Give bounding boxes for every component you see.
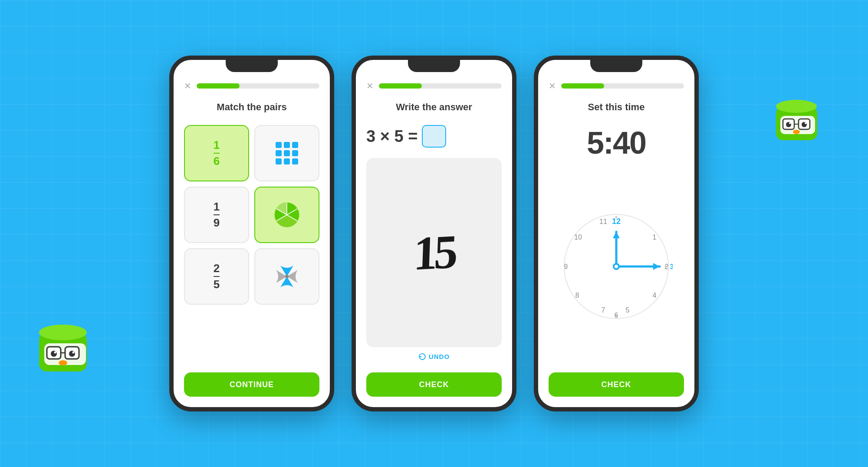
undo-button[interactable]: UNDO [366,352,502,360]
card-pinwheel[interactable] [254,248,319,305]
progress-bar-bg-3 [561,83,684,89]
svg-text:10: 10 [574,234,582,241]
dot [292,158,298,164]
svg-point-41 [72,352,75,354]
svg-point-40 [54,352,56,354]
close-icon-1[interactable]: ✕ [184,81,191,91]
card-fraction-2-5[interactable]: 2 5 [184,248,249,305]
svg-point-29 [615,265,618,268]
progress-bar-fill-3 [561,83,604,89]
equation-display: 3 × 5 = [366,125,502,148]
svg-point-53 [789,122,791,124]
undo-icon [418,352,426,360]
phone-3: ✕ Set this time 5:40 12 1 2 3 4 5 [534,56,699,411]
svg-point-44 [776,100,817,113]
svg-text:12: 12 [612,217,621,226]
dot-grid-icon [276,142,298,164]
undo-label: UNDO [429,353,450,360]
dot [284,150,290,156]
numerator-3: 2 [214,262,220,277]
dot [292,142,298,148]
dot [276,150,282,156]
dot [284,158,290,164]
svg-text:11: 11 [599,218,607,225]
svg-point-39 [69,351,75,357]
continue-button[interactable]: CONTinUe [184,372,319,397]
equation-text: 3 × 5 = [366,127,418,146]
phone-notch-3 [590,60,642,72]
dot [276,158,282,164]
svg-text:4: 4 [653,292,657,299]
svg-text:3: 3 [670,263,673,270]
numerator-2: 1 [214,200,220,215]
top-bar-3: ✕ [549,81,684,91]
top-bar-2: ✕ [366,81,502,91]
fraction-display-1-9: 1 9 [214,200,220,230]
dot [292,150,298,156]
svg-point-22 [615,315,618,317]
mascot-cube-left [35,319,95,380]
mascot-cube-right [773,95,825,148]
phone-1: ✕ Match the pairs 1 6 [169,56,334,411]
pinwheel-icon [274,263,300,289]
pie-icon [274,202,300,228]
phone-2: ✕ Write the answer 3 × 5 = 15 UNDO CHECK [352,56,516,411]
dot [284,142,290,148]
denominator-1: 6 [214,154,220,168]
close-icon-3[interactable]: ✕ [549,81,556,91]
check-button-3[interactable]: CHECK [549,372,684,397]
card-pie[interactable] [254,187,319,243]
top-bar-1: ✕ [184,81,319,91]
svg-point-23 [566,266,568,268]
dot [276,142,282,148]
progress-bar-bg-1 [197,83,319,89]
svg-point-20 [615,216,618,218]
svg-point-31 [39,325,87,340]
denominator-3: 5 [214,277,220,291]
card-fraction-1-9[interactable]: 1 9 [184,187,249,243]
progress-bar-fill-1 [197,83,240,89]
phone-notch-2 [408,60,460,72]
clock-svg: 12 1 2 3 4 5 6 7 8 9 10 11 [560,210,673,323]
instruction-2: Write the answer [366,102,502,113]
svg-text:1: 1 [653,234,657,241]
drawing-area[interactable]: 15 [366,158,502,347]
svg-point-55 [793,130,800,134]
handwritten-answer: 15 [413,224,455,281]
numerator-1: 1 [214,138,220,154]
instruction-3: Set this time [549,102,684,113]
phone-notch-1 [226,60,278,72]
progress-bar-fill-2 [379,83,422,89]
time-display: 5:40 [549,125,684,161]
svg-point-42 [59,360,67,365]
instruction-1: Match the pairs [184,102,319,113]
clock-face[interactable]: 12 1 2 3 4 5 6 7 8 9 10 11 [560,210,673,323]
close-icon-2[interactable]: ✕ [366,81,374,91]
svg-text:8: 8 [575,292,579,299]
answer-input-box[interactable] [422,125,446,148]
svg-point-38 [51,351,57,357]
svg-text:5: 5 [626,306,630,314]
svg-point-6 [285,275,289,278]
match-grid: 1 6 [184,125,319,305]
progress-bar-bg-2 [379,83,502,89]
card-dotgrid[interactable] [254,125,319,181]
svg-point-54 [805,122,806,124]
svg-point-21 [665,266,667,268]
denominator-2: 9 [214,215,220,230]
fraction-display-2-5: 2 5 [214,262,220,291]
fraction-display-1-6: 1 6 [214,138,220,168]
clock-container: 12 1 2 3 4 5 6 7 8 9 10 11 [549,169,684,364]
check-button-2[interactable]: CHECK [366,372,502,397]
card-fraction-1-6[interactable]: 1 6 [184,125,249,181]
svg-text:7: 7 [602,306,605,314]
